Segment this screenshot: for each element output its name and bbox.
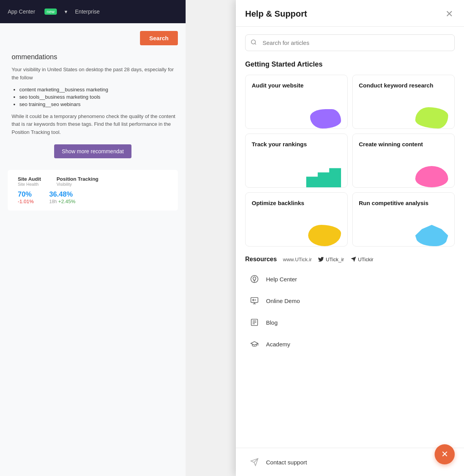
- bg-table-headers: Site Audit Site Health Position Tracking…: [14, 176, 172, 187]
- list-item: content marketing__business marketing: [19, 87, 178, 92]
- resources-header: Resources www.UTick.ir UTick_ir UTickir: [245, 256, 455, 263]
- search-icon: [251, 39, 257, 47]
- help-center-label: Help Center: [266, 276, 297, 283]
- cyan-blob-icon: [415, 225, 448, 246]
- background-main: Search ommendations Your visibility in U…: [0, 23, 186, 476]
- col1-header: Site Audit Site Health: [18, 176, 41, 187]
- new-badge: new: [44, 9, 57, 15]
- online-demo-label: Online Demo: [266, 298, 300, 304]
- resources-label: Resources: [245, 256, 277, 263]
- resource-item-online-demo[interactable]: Online Demo: [245, 291, 455, 311]
- send-icon: [248, 456, 261, 468]
- article-title: Conduct keyword research: [359, 81, 448, 89]
- dropdown-arrow: ▾: [65, 9, 67, 15]
- academy-icon: [248, 338, 261, 350]
- topbar: App Center new ▾ Enterprise: [0, 0, 186, 23]
- show-more-button[interactable]: Show more recommendat: [54, 144, 131, 158]
- resources-telegram[interactable]: UTickir: [350, 256, 374, 262]
- article-card-rankings[interactable]: Track your rankings: [245, 134, 348, 188]
- bulb-icon: [248, 273, 261, 285]
- bg-keyword-list: content marketing__business marketing se…: [8, 87, 178, 107]
- article-title: Optimize backlinks: [252, 199, 341, 207]
- search-container: [245, 34, 455, 51]
- contact-support-label: Contact support: [266, 459, 307, 466]
- article-card-audit[interactable]: Audit your website: [245, 75, 348, 129]
- article-card-content[interactable]: Create winning content: [352, 134, 455, 188]
- list-item: seo training__seo webinars: [19, 101, 178, 107]
- resource-item-academy[interactable]: Academy: [245, 334, 455, 354]
- blog-label: Blog: [266, 319, 278, 326]
- background-content: App Center new ▾ Enterprise Search ommen…: [0, 0, 186, 476]
- panel-footer: Contact support: [236, 448, 464, 476]
- pink-blob-icon: [415, 166, 448, 187]
- article-title: Audit your website: [252, 81, 341, 89]
- svg-line-1: [255, 43, 256, 45]
- stat2: 36.48% 18h +2.45%: [49, 190, 75, 204]
- purple-blob-icon: [310, 109, 341, 128]
- article-card-keyword[interactable]: Conduct keyword research: [352, 75, 455, 129]
- resource-item-help-center[interactable]: Help Center: [245, 269, 455, 289]
- audit-illustration: [252, 89, 341, 128]
- panel-body: Getting Started Articles Audit your webs…: [236, 27, 464, 448]
- article-title: Track your rankings: [252, 140, 341, 148]
- resources-twitter[interactable]: UTick_ir: [318, 256, 344, 262]
- help-support-panel: Help & Support ✕ Getting Started Article…: [236, 0, 464, 476]
- bg-body-text1: Your visibility in United States on desk…: [8, 66, 178, 82]
- article-card-backlinks[interactable]: Optimize backlinks: [245, 192, 348, 247]
- svg-point-2: [251, 276, 258, 283]
- content-illustration: [359, 148, 448, 187]
- rankings-illustration: [252, 148, 341, 187]
- article-title: Create winning content: [359, 140, 448, 148]
- green-blob-icon: [415, 107, 448, 128]
- bg-body-text2: While it could be a temporary phenomeno …: [8, 113, 178, 137]
- bg-search-bar: Search: [8, 31, 178, 45]
- search-articles-input[interactable]: [245, 34, 455, 51]
- enterprise-label: Enterprise: [75, 9, 100, 15]
- blog-icon: [248, 316, 261, 329]
- bg-table-area: Site Audit Site Health Position Tracking…: [8, 170, 178, 211]
- article-title: Run competitive analysis: [359, 199, 448, 207]
- competitive-illustration: [359, 207, 448, 246]
- svg-point-0: [251, 40, 256, 44]
- stat1: 70% -1.01%: [18, 190, 34, 204]
- contact-support-item[interactable]: Contact support: [245, 454, 455, 470]
- app-center-label: App Center: [8, 9, 35, 15]
- demo-icon: [248, 295, 261, 307]
- resources-section: Resources www.UTick.ir UTick_ir UTickir: [245, 256, 455, 354]
- keyword-illustration: [359, 89, 448, 128]
- search-button[interactable]: Search: [140, 31, 178, 45]
- articles-grid: Audit your website Conduct keyword resea…: [245, 75, 455, 247]
- resource-item-blog[interactable]: Blog: [245, 312, 455, 332]
- bg-table-row: 70% -1.01% 36.48% 18h +2.45%: [14, 190, 172, 204]
- panel-header: Help & Support ✕: [236, 0, 464, 27]
- close-panel-button[interactable]: ✕: [444, 8, 455, 20]
- resources-website[interactable]: www.UTick.ir: [283, 257, 312, 262]
- col2-header: Position Tracking Visibility: [56, 176, 98, 187]
- svg-rect-3: [251, 298, 258, 303]
- article-card-competitive[interactable]: Run competitive analysis: [352, 192, 455, 247]
- bg-page-title: ommendations: [8, 53, 178, 61]
- yellow-blob-icon: [308, 225, 341, 246]
- resource-items-list: Help Center Online Demo: [245, 269, 455, 354]
- svg-point-4: [252, 299, 254, 301]
- panel-title: Help & Support: [245, 9, 307, 19]
- articles-section-title: Getting Started Articles: [245, 60, 455, 68]
- backlinks-illustration: [252, 207, 341, 246]
- fab-close-button[interactable]: ✕: [435, 444, 455, 464]
- steps-icon: [306, 166, 341, 187]
- list-item: seo tools__business marketing tools: [19, 94, 178, 100]
- academy-label: Academy: [266, 341, 290, 348]
